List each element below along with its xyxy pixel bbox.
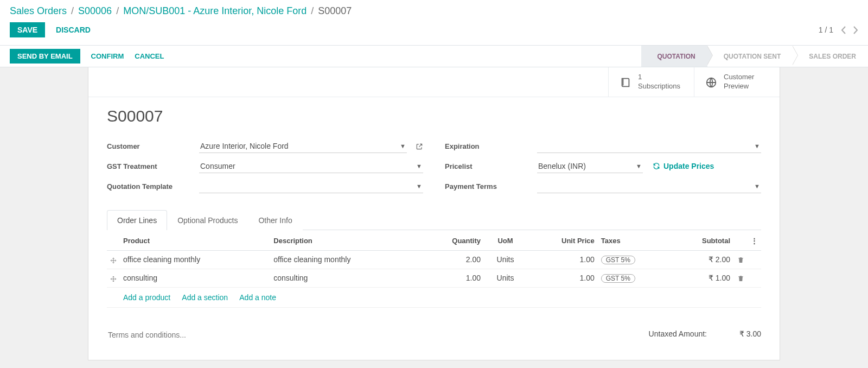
update-prices-link[interactable]: Update Prices: [653, 162, 714, 170]
external-link-icon[interactable]: [416, 142, 423, 150]
tab-order-lines[interactable]: Order Lines: [107, 210, 167, 230]
cell-subtotal: ₹ 1.00: [671, 269, 733, 287]
add-section-link[interactable]: Add a section: [182, 293, 228, 302]
table-row[interactable]: consulting consulting 1.00 Units 1.00 GS…: [107, 269, 761, 287]
cell-uom[interactable]: Units: [484, 269, 527, 287]
cell-quantity[interactable]: 1.00: [421, 269, 484, 287]
cell-quantity[interactable]: 2.00: [421, 250, 484, 269]
cell-subtotal: ₹ 2.00: [671, 250, 733, 269]
gst-label: GST Treatment: [107, 162, 194, 170]
cell-product[interactable]: consulting: [120, 269, 270, 287]
subscriptions-count: 1: [638, 73, 680, 82]
col-subtotal: Subtotal: [671, 230, 733, 251]
pager-prev-icon[interactable]: [841, 24, 846, 36]
drag-handle-icon[interactable]: [107, 250, 120, 269]
add-product-link[interactable]: Add a product: [123, 293, 170, 302]
send-by-email-button[interactable]: SEND BY EMAIL: [10, 49, 80, 64]
tab-optional-products[interactable]: Optional Products: [167, 210, 248, 230]
pricelist-field[interactable]: [537, 160, 643, 173]
cancel-button[interactable]: CANCEL: [135, 52, 164, 60]
breadcrumb-link-sales-orders[interactable]: Sales Orders: [10, 5, 67, 17]
customer-field[interactable]: [199, 139, 407, 153]
confirm-button[interactable]: CONFIRM: [91, 52, 124, 60]
cell-taxes[interactable]: GST 5%: [598, 269, 671, 287]
payment-terms-field[interactable]: [537, 180, 761, 193]
pager: 1 / 1: [819, 24, 858, 36]
untaxed-amount-label: Untaxed Amount:: [649, 329, 707, 338]
delete-row-icon[interactable]: [733, 250, 748, 269]
save-button[interactable]: SAVE: [10, 22, 45, 37]
cell-taxes[interactable]: GST 5%: [598, 250, 671, 269]
expiration-field[interactable]: [537, 139, 761, 153]
col-product: Product: [120, 230, 270, 251]
breadcrumb-sep: /: [71, 5, 74, 17]
status-step-quotation[interactable]: QUOTATION: [641, 46, 707, 67]
subscriptions-stat-button[interactable]: 1 Subscriptions: [608, 67, 694, 97]
tax-pill: GST 5%: [601, 274, 635, 283]
col-quantity: Quantity: [421, 230, 484, 251]
col-unit-price: Unit Price: [527, 230, 598, 251]
cell-description[interactable]: consulting: [270, 269, 420, 287]
drag-handle-icon[interactable]: [107, 269, 120, 287]
pricelist-label: Pricelist: [445, 162, 532, 170]
discard-button[interactable]: DISCARD: [56, 26, 91, 34]
pager-next-icon[interactable]: [853, 24, 858, 36]
breadcrumb-link-subscription[interactable]: MON/SUB001 - Azure Interior, Nicole Ford: [123, 5, 307, 17]
breadcrumb-sep: /: [311, 5, 314, 17]
expiration-label: Expiration: [445, 142, 532, 150]
customer-preview-button[interactable]: Customer Preview: [694, 67, 780, 97]
status-steps: QUOTATION QUOTATION SENT SALES ORDER: [641, 46, 868, 67]
pager-count: 1 / 1: [819, 26, 833, 34]
col-description: Description: [270, 230, 420, 251]
add-note-link[interactable]: Add a note: [239, 293, 276, 302]
refresh-icon: [653, 162, 660, 170]
customer-label: Customer: [107, 142, 194, 150]
customer-preview-bottom: Preview: [724, 82, 754, 91]
page-title: S00007: [107, 107, 761, 125]
globe-icon: [705, 75, 717, 89]
payment-terms-label: Payment Terms: [445, 182, 532, 191]
tax-pill: GST 5%: [601, 256, 635, 264]
kebab-menu-icon[interactable]: ⋮: [748, 230, 761, 251]
status-step-quotation-sent[interactable]: QUOTATION SENT: [707, 46, 793, 67]
col-taxes: Taxes: [598, 230, 671, 251]
terms-input[interactable]: [107, 326, 565, 344]
untaxed-amount-value: ₹ 3.00: [729, 329, 761, 338]
cell-description[interactable]: office cleaning monthly: [270, 250, 420, 269]
breadcrumb-sep: /: [116, 5, 119, 17]
status-step-sales-order[interactable]: SALES ORDER: [793, 46, 868, 67]
table-row[interactable]: office cleaning monthly office cleaning …: [107, 250, 761, 269]
breadcrumb-current: S00007: [318, 5, 352, 17]
customer-preview-top: Customer: [724, 73, 754, 82]
quotation-template-field[interactable]: [199, 180, 423, 193]
cell-product[interactable]: office cleaning monthly: [120, 250, 270, 269]
cell-uom[interactable]: Units: [484, 250, 527, 269]
subscriptions-label: Subscriptions: [638, 82, 680, 91]
cell-unit-price[interactable]: 1.00: [527, 250, 598, 269]
order-lines-table: Product Description Quantity UoM Unit Pr…: [107, 230, 761, 308]
col-uom: UoM: [484, 230, 527, 251]
delete-row-icon[interactable]: [733, 269, 748, 287]
gst-field[interactable]: [199, 160, 423, 173]
breadcrumb-link-s00006[interactable]: S00006: [78, 5, 112, 17]
tab-other-info[interactable]: Other Info: [248, 210, 302, 230]
quotation-template-label: Quotation Template: [107, 182, 194, 191]
cell-unit-price[interactable]: 1.00: [527, 269, 598, 287]
breadcrumb: Sales Orders / S00006 / MON/SUB001 - Azu…: [10, 5, 858, 17]
book-icon: [620, 75, 631, 89]
